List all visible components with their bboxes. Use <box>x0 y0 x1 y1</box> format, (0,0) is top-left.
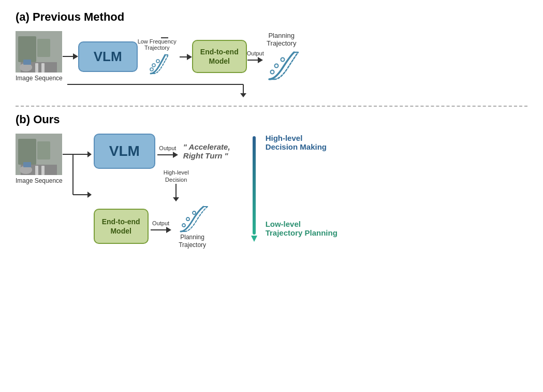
svg-marker-20 <box>240 93 246 97</box>
svg-point-17 <box>281 58 284 62</box>
fork-svg <box>63 134 94 216</box>
svg-rect-5 <box>41 63 45 72</box>
planning-group-a: Planning Trajectory <box>264 32 299 81</box>
section-a-title: (a) Previous Method <box>16 10 527 24</box>
road-scene-svg-a <box>16 31 62 72</box>
section-a-image-label: Image Sequence <box>16 75 63 82</box>
svg-marker-36 <box>173 197 179 201</box>
arrow-1a <box>63 53 78 60</box>
svg-point-40 <box>186 217 189 221</box>
quote-group: " Accelerate, Right Turn " <box>183 142 230 160</box>
svg-point-12 <box>156 60 159 63</box>
section-b: (b) Ours Image Sequence <box>16 113 527 382</box>
svg-point-39 <box>182 224 185 227</box>
high-level-label: High-level Decision Making <box>266 134 337 151</box>
section-b-title: (b) Ours <box>16 113 527 126</box>
boxes-col-b: VLM Output " Accelerate, Right Turn " <box>94 134 230 250</box>
planning-group-b: Planning Trajectory <box>177 204 209 250</box>
section-a-image: Image Sequence <box>16 31 63 82</box>
hl-decision-arrow: High-level Decision <box>122 169 230 204</box>
line-1a <box>63 56 73 57</box>
svg-rect-23 <box>37 141 50 159</box>
down-arrow-svg <box>173 184 179 204</box>
vlm-output-arrow: Output <box>157 145 178 158</box>
svg-rect-25 <box>35 166 38 175</box>
arrowhead-1a <box>73 53 78 60</box>
svg-point-10 <box>150 68 153 71</box>
section-b-image-label: Image Sequence <box>16 177 63 184</box>
svg-rect-2 <box>37 39 50 57</box>
svg-marker-32 <box>87 151 92 157</box>
traj-icon-a-small <box>144 51 169 76</box>
section-divider <box>16 106 527 107</box>
svg-rect-28 <box>23 162 31 167</box>
low-freq-group: Low Frequency Trajectory <box>138 37 192 76</box>
section-a: (a) Previous Method Image Sequence <box>16 10 527 99</box>
svg-rect-7 <box>23 60 31 65</box>
road-scene-svg-b <box>16 134 62 175</box>
e2e-output-arrow: Output <box>151 220 171 233</box>
svg-point-15 <box>270 70 274 74</box>
vlm-box-b: VLM <box>94 134 155 169</box>
vlm-row-b: VLM Output " Accelerate, Right Turn " <box>94 134 230 169</box>
output-arrow-a: Output <box>247 50 264 63</box>
low-freq-label: Low Frequency Trajectory <box>138 38 177 76</box>
svg-rect-26 <box>41 166 45 175</box>
main-container: (a) Previous Method Image Sequence <box>0 0 543 392</box>
svg-rect-22 <box>18 139 36 165</box>
feedback-svg <box>67 82 254 97</box>
gradient-bar-container <box>251 136 257 235</box>
svg-point-41 <box>193 211 196 214</box>
right-labels: High-level Decision Making Low-level Tra… <box>251 134 337 237</box>
svg-marker-34 <box>87 192 92 198</box>
low-level-label: Low-level Trajectory Planning <box>266 220 337 237</box>
gradient-bar-svg <box>251 136 257 245</box>
vlm-box-a: VLM <box>78 41 138 72</box>
svg-marker-43 <box>251 236 257 242</box>
e2e-box-a: End-to-end Model <box>192 40 247 73</box>
fork-arrows <box>63 134 94 216</box>
svg-rect-4 <box>35 63 38 72</box>
traj-icon-a <box>264 49 299 81</box>
svg-rect-42 <box>253 136 256 235</box>
svg-point-16 <box>274 64 278 68</box>
section-b-image-group: Image Sequence <box>16 134 63 184</box>
svg-point-11 <box>152 64 155 67</box>
e2e-box-b: End-to-end Model <box>94 209 149 244</box>
feedback-arrow-a <box>67 82 527 99</box>
svg-rect-1 <box>18 36 36 62</box>
traj-icon-b <box>177 204 209 234</box>
right-text-labels: High-level Decision Making Low-level Tra… <box>266 134 337 237</box>
e2e-row-b: End-to-end Model Output <box>94 204 230 250</box>
